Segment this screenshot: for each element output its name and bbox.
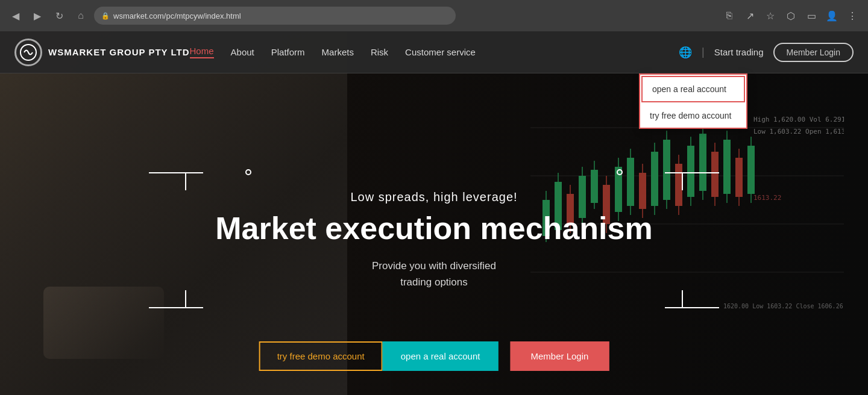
logo-area: WSMARKET GROUP PTY LTD — [14, 39, 190, 66]
lock-icon: 🔒 — [101, 12, 110, 20]
start-trading-dropdown: open a real account try free demo accoun… — [639, 73, 747, 129]
hline-top-right — [683, 172, 719, 173]
logo-icon — [14, 39, 42, 66]
nav-markets[interactable]: Markets — [322, 47, 354, 57]
address-bar[interactable]: 🔒 wsmarket.com/pc/mtpcyw/index.html — [94, 7, 456, 25]
circle-tr — [617, 169, 623, 175]
member-login-button[interactable]: Member Login — [773, 43, 854, 62]
nav-about[interactable]: About — [231, 47, 254, 57]
profile-icon[interactable]: 👤 — [823, 7, 840, 24]
url-text: wsmarket.com/pc/mtpcyw/index.html — [113, 11, 241, 20]
website: High 1,620.00 Vol 6.291M Low 1,603.22 Op… — [0, 31, 868, 395]
extension-icon[interactable]: ⬡ — [782, 7, 799, 24]
logo-text: WSMARKET GROUP PTY LTD — [48, 47, 190, 57]
browser-toolbar: ◀ ▶ ↻ ⌂ 🔒 wsmarket.com/pc/mtpcyw/index.h… — [0, 0, 868, 31]
dropdown-open-real-account[interactable]: open a real account — [641, 76, 745, 102]
hline-bottom-left — [149, 307, 185, 308]
bookmark-icon[interactable]: ☆ — [762, 7, 779, 24]
try-demo-button[interactable]: try free demo account — [259, 341, 383, 371]
hero-box: Low spreads, high leverage! Market execu… — [185, 172, 682, 309]
corner-br — [665, 290, 683, 308]
hero-subtitle-line1: Provide you with diversified — [215, 258, 652, 274]
start-trading-link[interactable]: Start trading — [714, 47, 764, 57]
separator: | — [702, 46, 705, 58]
open-real-account-button[interactable]: open a real account — [383, 341, 498, 371]
back-button[interactable]: ◀ — [7, 7, 24, 24]
navbar: WSMARKET GROUP PTY LTD Home About Platfo… — [0, 31, 868, 73]
corner-tl — [185, 172, 203, 190]
forward-button[interactable]: ▶ — [29, 7, 46, 24]
cast-icon[interactable]: ⎘ — [721, 7, 738, 24]
nav-home[interactable]: Home — [190, 46, 214, 58]
nav-links: Home About Platform Markets Risk Custome… — [190, 46, 679, 58]
cta-buttons: try free demo account open a real accoun… — [259, 341, 609, 371]
reload-button[interactable]: ↻ — [51, 7, 68, 24]
home-button[interactable]: ⌂ — [72, 7, 89, 24]
dropdown-try-demo[interactable]: try free demo account — [640, 104, 746, 128]
globe-icon[interactable]: 🌐 — [679, 46, 692, 59]
hero-title: Market execution mechanism — [215, 211, 652, 246]
corner-tr — [665, 172, 683, 190]
browser-actions: ⎘ ↗ ☆ ⬡ ▭ 👤 ⋮ — [721, 7, 861, 24]
menu-icon[interactable]: ⋮ — [844, 7, 861, 24]
corner-bl — [185, 290, 203, 308]
nav-customer-service[interactable]: Customer service — [405, 47, 476, 57]
tab-icon[interactable]: ▭ — [803, 7, 820, 24]
nav-risk[interactable]: Risk — [371, 47, 388, 57]
hline-bottom-right — [683, 307, 719, 308]
hline-top-left — [149, 172, 185, 173]
share-icon[interactable]: ↗ — [741, 7, 758, 24]
member-login-cta-button[interactable]: Member Login — [510, 341, 609, 371]
circle-tl — [245, 169, 251, 175]
nav-right: 🌐 | Start trading Member Login — [679, 43, 854, 62]
hero-subtitle-line2: trading options — [215, 274, 652, 290]
nav-platform[interactable]: Platform — [271, 47, 305, 57]
hero-tagline: Low spreads, high leverage! — [215, 190, 652, 204]
